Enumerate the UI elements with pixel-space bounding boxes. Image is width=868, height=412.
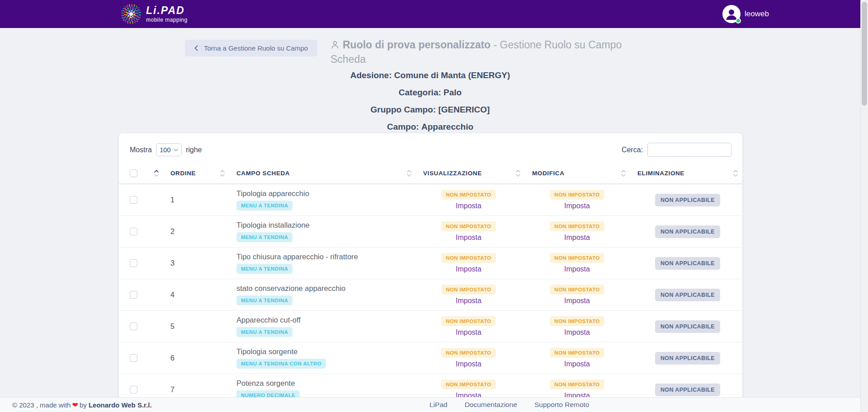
sort-desc-icon	[621, 174, 626, 177]
visualizzazione-imposta-link[interactable]: Imposta	[456, 202, 481, 210]
page-title-separator: -	[491, 39, 500, 51]
row-checkbox[interactable]	[130, 386, 137, 393]
logo-subtitle: mobile mapping	[146, 17, 188, 23]
modifica-imposta-link[interactable]: Imposta	[564, 328, 590, 337]
row-field-name: Tipo chiusura apparecchio - rifrattore	[236, 253, 358, 261]
row-modifica-cell: NON IMPOSTATO Imposta	[532, 216, 637, 247]
row-eliminazione-cell: NON APPLICABILE	[637, 184, 738, 215]
page: Li.PAD mobile mapping leoweb Torna a Ges…	[0, 0, 868, 412]
table-body: 1 Tipologia apparecchio MENU A TENDINA N…	[119, 184, 742, 406]
row-campo-cell: stato conservazione apparecchio MENU A T…	[236, 279, 423, 310]
modifica-imposta-link[interactable]: Imposta	[564, 360, 590, 368]
row-campo-cell: Tipo chiusura apparecchio - rifrattore M…	[236, 248, 423, 279]
row-modifica-cell: NON IMPOSTATO Imposta	[532, 311, 637, 342]
user-avatar[interactable]	[722, 5, 741, 23]
row-visualizzazione-cell: NON IMPOSTATO Imposta	[423, 248, 532, 279]
row-checkbox[interactable]	[130, 291, 137, 299]
column-header-visualizzazione[interactable]: VISUALIZZAZIONE	[423, 163, 532, 183]
sort-desc-icon	[733, 174, 738, 177]
visualizzazione-imposta-link[interactable]: Imposta	[456, 234, 481, 242]
column-header-select[interactable]	[130, 163, 170, 183]
sort-asc-icon	[407, 170, 411, 173]
page-length-select[interactable]: 100	[156, 143, 182, 156]
row-checkbox[interactable]	[130, 196, 137, 204]
row-order: 5	[170, 323, 236, 331]
logo-text: Li.PAD mobile mapping	[146, 5, 188, 23]
sort-control	[407, 170, 411, 177]
sort-control	[733, 170, 738, 177]
modifica-imposta-link[interactable]: Imposta	[564, 297, 590, 305]
info-label: Categoria:	[399, 88, 441, 97]
copyright-text: © 2023 , made with❤by Leonardo Web S.r.l…	[12, 401, 152, 409]
search-input[interactable]	[647, 143, 731, 157]
column-header-modifica[interactable]: MODIFICA	[532, 163, 637, 183]
role-person-icon	[330, 39, 340, 52]
table-card: Mostra 100 righe Cerca:	[119, 133, 742, 412]
scrollbar-track[interactable]	[860, 0, 868, 412]
online-status-dot	[736, 18, 741, 23]
company-name: Leonardo Web S.r.l.	[89, 401, 152, 409]
column-header-eliminazione[interactable]: ELIMINAZIONE	[637, 163, 738, 183]
field-type-badge: MENU A TENDINA	[236, 327, 292, 337]
sort-desc-icon	[154, 174, 159, 177]
select-all-checkbox[interactable]	[130, 169, 137, 177]
modifica-imposta-link[interactable]: Imposta	[564, 265, 590, 273]
footer-link-lipad[interactable]: LiPad	[429, 401, 448, 409]
field-type-badge: MENU A TENDINA	[236, 295, 292, 305]
row-checkbox[interactable]	[130, 228, 137, 235]
row-campo-cell: Tipologia installazione MENU A TENDINA	[236, 216, 423, 247]
visualizzazione-imposta-link[interactable]: Imposta	[456, 328, 481, 337]
row-field-name: Tipologia apparecchio	[236, 189, 309, 198]
visualizzazione-imposta-link[interactable]: Imposta	[456, 360, 481, 368]
eliminazione-status-badge: NON APPLICABILE	[655, 225, 720, 238]
visualizzazione-imposta-link[interactable]: Imposta	[456, 265, 481, 273]
sort-control	[154, 170, 159, 177]
row-modifica-cell: NON IMPOSTATO Imposta	[532, 248, 637, 279]
footer-link-documentazione[interactable]: Documentazione	[465, 401, 517, 409]
field-type-badge: MENU A TENDINA	[236, 264, 292, 274]
header-bar: Li.PAD mobile mapping leoweb	[0, 0, 860, 28]
back-button-label: Torna a Gestione Ruolo su Campo	[204, 44, 308, 52]
modifica-status-badge: NON IMPOSTATO	[550, 285, 604, 295]
modifica-imposta-link[interactable]: Imposta	[564, 202, 590, 210]
sort-desc-icon	[220, 174, 225, 177]
visualizzazione-status-badge: NON IMPOSTATO	[441, 221, 495, 231]
visualizzazione-imposta-link[interactable]: Imposta	[456, 297, 481, 305]
back-button[interactable]: Torna a Gestione Ruolo su Campo	[185, 40, 317, 56]
footer-links: LiPad Documentazione Supporto Remoto	[429, 401, 589, 409]
row-campo-cell: Apparecchio cut-off MENU A TENDINA	[236, 311, 423, 342]
footer-link-supporto-remoto[interactable]: Supporto Remoto	[534, 401, 590, 409]
column-header-ordine[interactable]: ORDINE	[170, 163, 236, 183]
show-label: Mostra	[130, 146, 152, 154]
user-menu[interactable]: leoweb	[722, 5, 769, 23]
row-checkbox[interactable]	[130, 323, 137, 330]
eliminazione-status-badge: NON APPLICABILE	[655, 257, 720, 270]
eliminazione-status-badge: NON APPLICABILE	[655, 352, 720, 365]
modifica-status-badge: NON IMPOSTATO	[550, 316, 604, 326]
copyright-mid: by	[80, 401, 87, 409]
visualizzazione-status-badge: NON IMPOSTATO	[441, 285, 495, 295]
info-value: Comune di Manta (ENERGY)	[394, 70, 510, 80]
visualizzazione-status-badge: NON IMPOSTATO	[441, 316, 495, 326]
row-modifica-cell: NON IMPOSTATO Imposta	[532, 342, 637, 374]
scrollbar-thumb[interactable]	[862, 2, 867, 106]
info-label: Adesione:	[350, 70, 392, 80]
table-row: 4 stato conservazione apparecchio MENU A…	[119, 279, 742, 311]
sort-desc-icon	[407, 174, 411, 177]
info-value: [GENERICO]	[438, 105, 490, 114]
row-checkbox[interactable]	[130, 259, 137, 267]
row-checkbox[interactable]	[130, 354, 137, 362]
row-field-name: Tipologia sorgente	[236, 347, 297, 356]
username-label: leoweb	[745, 9, 769, 19]
row-order: 1	[170, 196, 236, 204]
row-field-name: Apparecchio cut-off	[236, 316, 301, 324]
eliminazione-status-badge: NON APPLICABILE	[655, 289, 720, 301]
row-order-cell: 1	[170, 184, 236, 215]
column-header-campo-scheda[interactable]: CAMPO SCHEDA	[236, 163, 423, 183]
modifica-imposta-link[interactable]: Imposta	[564, 234, 590, 242]
row-visualizzazione-cell: NON IMPOSTATO Imposta	[423, 279, 532, 310]
visualizzazione-status-badge: NON IMPOSTATO	[441, 190, 495, 200]
info-line-campo: Campo: Apparecchio	[0, 122, 860, 132]
row-visualizzazione-cell: NON IMPOSTATO Imposta	[423, 311, 532, 342]
row-field-name: stato conservazione apparecchio	[236, 284, 345, 293]
